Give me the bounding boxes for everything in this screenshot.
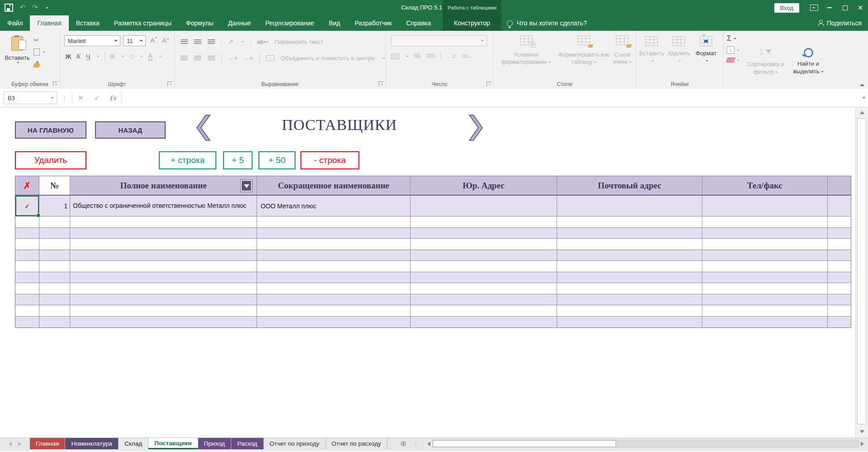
align-left-icon[interactable] xyxy=(181,55,188,61)
data-cell-5[interactable] xyxy=(557,196,702,216)
empty-cell[interactable] xyxy=(257,294,410,306)
empty-cell[interactable] xyxy=(557,283,702,294)
copy-button[interactable] xyxy=(33,46,56,58)
new-sheet-icon[interactable]: ⊕ xyxy=(400,438,406,449)
empty-cell[interactable] xyxy=(557,294,702,306)
empty-cell[interactable] xyxy=(15,283,39,294)
remove-row-button[interactable]: - строка xyxy=(300,151,359,169)
empty-cell[interactable] xyxy=(828,228,851,239)
cut-button[interactable]: ✂ xyxy=(33,34,56,46)
autosum-button[interactable]: Σ xyxy=(727,34,739,43)
empty-cell[interactable] xyxy=(828,317,851,328)
empty-cell[interactable] xyxy=(410,228,557,239)
sheet-tab-4[interactable]: Приход xyxy=(198,438,231,449)
vertical-scrollbar[interactable] xyxy=(855,107,868,438)
expand-formula-bar-icon[interactable] xyxy=(858,91,868,104)
empty-cell[interactable] xyxy=(257,216,410,228)
sheet-tab-2[interactable]: Склад xyxy=(119,438,148,449)
empty-cell[interactable] xyxy=(557,228,702,239)
scroll-down-icon[interactable] xyxy=(856,430,868,436)
empty-cell[interactable] xyxy=(70,305,257,317)
back-button[interactable]: НАЗАД xyxy=(95,121,166,139)
empty-cell[interactable] xyxy=(70,250,257,261)
data-cell-2[interactable]: Общество с ограниченной ответственностью… xyxy=(70,196,257,216)
empty-cell[interactable] xyxy=(557,216,702,228)
empty-cell[interactable] xyxy=(15,261,39,272)
empty-cell[interactable] xyxy=(410,305,557,317)
borders-icon[interactable]: ⊞ xyxy=(110,53,115,60)
delete-cells-button[interactable]: Удалить xyxy=(666,36,692,63)
empty-cell[interactable] xyxy=(15,305,39,317)
sheet-tab-7[interactable]: Отчет по расходу xyxy=(326,438,387,449)
empty-cell[interactable] xyxy=(39,272,70,284)
empty-cell[interactable] xyxy=(70,317,257,328)
empty-cell[interactable] xyxy=(828,272,851,284)
empty-cell[interactable] xyxy=(702,283,828,294)
cancel-icon[interactable]: ✕ xyxy=(72,91,89,104)
ribbon-tab-6[interactable]: Рецензирование xyxy=(258,15,321,31)
empty-cell[interactable] xyxy=(557,305,702,317)
empty-cell[interactable] xyxy=(557,272,702,284)
format-painter-button[interactable] xyxy=(33,58,56,70)
empty-cell[interactable] xyxy=(702,272,828,284)
grow-font-button[interactable]: А xyxy=(150,36,155,44)
ribbon-tab-8[interactable]: Разработчик xyxy=(348,15,399,31)
selected-cell[interactable]: ✓ xyxy=(15,196,39,216)
align-right-icon[interactable] xyxy=(208,55,215,61)
ribbon-tab-3[interactable]: Разметка страницы xyxy=(107,15,179,31)
empty-cell[interactable] xyxy=(702,317,828,328)
empty-cell[interactable] xyxy=(828,216,851,228)
empty-cell[interactable] xyxy=(15,250,39,261)
sheet-tab-0[interactable]: Главная xyxy=(30,438,65,449)
empty-cell[interactable] xyxy=(39,261,70,272)
format-cells-button[interactable]: ↔ Формат xyxy=(693,36,719,63)
empty-cell[interactable] xyxy=(257,239,410,250)
data-cell-1[interactable]: 1 xyxy=(39,196,70,216)
empty-cell[interactable] xyxy=(39,250,70,261)
empty-cell[interactable] xyxy=(828,283,851,294)
paste-button[interactable]: Вставить xyxy=(4,34,31,77)
empty-cell[interactable] xyxy=(557,261,702,272)
filter-icon[interactable] xyxy=(241,180,252,192)
empty-cell[interactable] xyxy=(828,305,851,317)
decrease-decimal-button[interactable]: .00→ xyxy=(461,53,472,59)
wrap-text-button[interactable]: Переносить текст xyxy=(275,38,323,45)
percent-style-button[interactable]: % xyxy=(414,52,420,60)
align-top-icon[interactable] xyxy=(181,39,188,44)
empty-cell[interactable] xyxy=(15,317,39,328)
comma-style-button[interactable]: 000 xyxy=(426,53,435,59)
minimize-icon[interactable] xyxy=(822,0,837,15)
empty-cell[interactable] xyxy=(257,317,410,328)
empty-cell[interactable] xyxy=(410,294,557,306)
empty-cell[interactable] xyxy=(15,239,39,250)
empty-cell[interactable] xyxy=(410,261,557,272)
empty-cell[interactable] xyxy=(410,283,557,294)
empty-cell[interactable] xyxy=(557,317,702,328)
data-cell-7[interactable] xyxy=(828,196,851,216)
empty-cell[interactable] xyxy=(828,261,851,272)
empty-cell[interactable] xyxy=(702,239,828,250)
empty-cell[interactable] xyxy=(70,294,257,306)
empty-cell[interactable] xyxy=(39,228,70,239)
empty-cell[interactable] xyxy=(557,250,702,261)
add-fifty-rows-button[interactable]: + 50 xyxy=(258,151,296,169)
login-button[interactable]: Вход xyxy=(774,3,799,13)
data-cell-3[interactable]: ООО Металл плюс xyxy=(257,196,410,216)
sort-filter-button[interactable]: АЯ Сортировка и фильтр xyxy=(743,48,788,76)
empty-cell[interactable] xyxy=(702,305,828,317)
add-five-rows-button[interactable]: + 5 xyxy=(223,151,253,169)
orientation-icon[interactable]: ⇗ xyxy=(228,38,234,45)
empty-cell[interactable] xyxy=(410,272,557,284)
tell-me-box[interactable]: Что вы хотите сделать? xyxy=(507,15,587,31)
decrease-indent-icon[interactable]: ←≡ xyxy=(228,55,238,62)
sheet-tab-5[interactable]: Расход xyxy=(231,438,264,449)
prev-page-icon[interactable] xyxy=(196,114,215,142)
empty-cell[interactable] xyxy=(702,294,828,306)
ribbon-tab-9[interactable]: Справка xyxy=(399,15,438,31)
data-cell-6[interactable] xyxy=(702,196,828,216)
sheet-tab-1[interactable]: Номенклатура xyxy=(65,438,119,449)
empty-cell[interactable] xyxy=(702,261,828,272)
empty-cell[interactable] xyxy=(828,239,851,250)
fill-color-icon[interactable]: ◇ xyxy=(129,53,134,60)
bold-button[interactable]: Ж xyxy=(65,53,72,60)
